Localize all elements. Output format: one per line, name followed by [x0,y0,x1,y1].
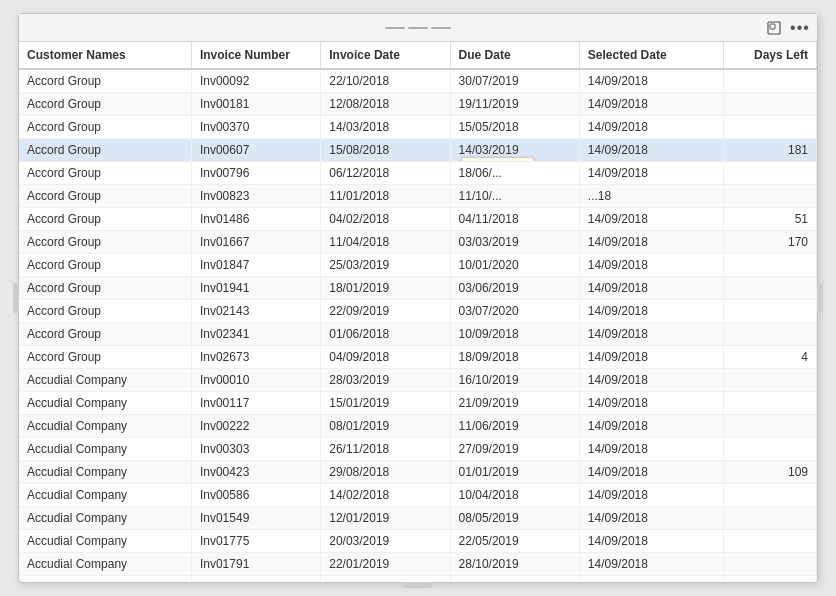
cell-dueDate: 16/10/2019 [450,369,579,392]
table-row: Accudial CompanyInv0058614/02/201810/04/… [19,484,817,507]
cell-selectedDate: 14/09/2018 [579,254,723,277]
cell-dueDate: 01/01/2019 [450,461,579,484]
cell-dueDate: 24/04/2019 [450,576,579,583]
cell-selectedDate: 14/09/2018 [579,69,723,93]
cell-customer: Accudial Company [19,392,191,415]
resize-handle-right[interactable] [817,283,823,313]
table-header-row: Customer Names Invoice Number Invoice Da… [19,42,817,69]
cell-invoiceDate: 15/01/2019 [321,392,450,415]
cell-customer: Accord Group [19,139,191,162]
expand-button[interactable] [765,19,783,37]
table-row: Accord GroupInv0184725/03/201910/01/2020… [19,254,817,277]
cell-daysLeft: 51 [723,208,816,231]
cell-dueDate: 28/10/2019 [450,553,579,576]
cell-invoiceNumber: Inv00586 [191,484,320,507]
cell-dueDate: 19/11/2019 [450,93,579,116]
svg-rect-1 [770,24,775,29]
cell-invoiceDate: 18/01/2019 [321,277,450,300]
handle-line-1 [385,27,405,29]
cell-daysLeft [723,507,816,530]
cell-daysLeft [723,323,816,346]
cell-daysLeft [723,116,816,139]
cell-invoiceDate: 12/08/2018 [321,93,450,116]
cell-selectedDate: 14/09/2018 [579,369,723,392]
cell-daysLeft [723,254,816,277]
table-row: Accudial CompanyInv0011715/01/201921/09/… [19,392,817,415]
cell-invoiceDate: 23/08/2018 [321,576,450,583]
cell-customer: Accudial Company [19,553,191,576]
cell-customer: Accudial Company [19,369,191,392]
cell-selectedDate: 14/09/2018 [579,139,723,162]
table-wrapper[interactable]: Customer Names Invoice Number Invoice Da… [19,42,817,582]
cell-invoiceNumber: Inv02341 [191,323,320,346]
cell-customer: Accord Group [19,323,191,346]
table-row: Accudial CompanyInv0179122/01/201928/10/… [19,553,817,576]
cell-invoiceNumber: Inv01847 [191,254,320,277]
cell-daysLeft [723,69,816,93]
cell-invoiceDate: 11/04/2018 [321,231,450,254]
table-row: Accord GroupInv0214322/09/201903/07/2020… [19,300,817,323]
title-bar-actions: ••• [765,19,809,37]
col-header-due-date[interactable]: Due Date [450,42,579,69]
cell-invoiceDate: 28/03/2019 [321,369,450,392]
cell-invoiceNumber: Inv01791 [191,553,320,576]
table-row: Accord GroupInv0166711/04/201803/03/2019… [19,231,817,254]
cell-dueDate: 11/10/... [450,185,579,208]
table-row: Accord GroupInv0234101/06/201810/09/2018… [19,323,817,346]
cell-invoiceNumber: Inv00181 [191,93,320,116]
table-row: Accord GroupInv0060715/08/201814/03/2019… [19,139,817,162]
drag-handle[interactable] [385,27,451,29]
cell-customer: Accord Group [19,69,191,93]
cell-selectedDate: 14/09/2018 [579,300,723,323]
table-row: Accord GroupInv0082311/01/201811/10/....… [19,185,817,208]
handle-line-3 [431,27,451,29]
cell-daysLeft: 4 [723,346,816,369]
resize-handle-bottom[interactable] [403,582,433,588]
cell-daysLeft [723,392,816,415]
cell-customer: Accudial Company [19,507,191,530]
more-options-button[interactable]: ••• [791,19,809,37]
resize-handle-left[interactable] [13,283,19,313]
cell-invoiceDate: 04/02/2018 [321,208,450,231]
cell-dueDate: 21/09/2019 [450,392,579,415]
cell-invoiceDate: 22/09/2019 [321,300,450,323]
cell-dueDate: 18/09/2018 [450,346,579,369]
table-container: Customer Names Invoice Number Invoice Da… [19,42,817,582]
cell-selectedDate: 14/09/2018 [579,438,723,461]
cell-customer: Accudial Company [19,461,191,484]
cell-daysLeft [723,369,816,392]
cell-invoiceDate: 06/12/2018 [321,162,450,185]
col-header-days-left[interactable]: Days Left [723,42,816,69]
cell-customer: Accudial Company [19,415,191,438]
cell-daysLeft [723,277,816,300]
col-header-selected-date[interactable]: Selected Date [579,42,723,69]
cell-dueDate: 03/03/2019 [450,231,579,254]
cell-invoiceDate: 14/02/2018 [321,484,450,507]
cell-daysLeft [723,553,816,576]
cell-daysLeft [723,415,816,438]
cell-selectedDate: ...18 [579,185,723,208]
cell-dueDate: 03/07/2020 [450,300,579,323]
cell-dueDate: 08/05/2019 [450,507,579,530]
col-header-invoice-number[interactable]: Invoice Number [191,42,320,69]
cell-customer: Accord Group [19,208,191,231]
invoice-table: Customer Names Invoice Number Invoice Da… [19,42,817,582]
cell-customer: Accord Group [19,346,191,369]
cell-selectedDate: 14/09/2018 [579,162,723,185]
cell-daysLeft [723,93,816,116]
cell-customer: Accord Group [19,254,191,277]
table-row: Accudial CompanyInv0001028/03/201916/10/… [19,369,817,392]
cell-customer: Accord Group [19,162,191,185]
col-header-invoice-date[interactable]: Invoice Date [321,42,450,69]
cell-invoiceDate: 12/01/2019 [321,507,450,530]
cell-dueDate: 10/01/2020 [450,254,579,277]
cell-dueDate: 22/05/2019 [450,530,579,553]
cell-invoiceDate: 22/01/2019 [321,553,450,576]
col-header-customer[interactable]: Customer Names [19,42,191,69]
cell-customer: Accord Group [19,185,191,208]
cell-invoiceNumber: Inv01775 [191,530,320,553]
handle-line-2 [408,27,428,29]
cell-invoiceDate: 01/06/2018 [321,323,450,346]
main-window: ••• Customer Names Invoice Number Invoic… [18,13,818,583]
cell-invoiceDate: 22/10/2018 [321,69,450,93]
